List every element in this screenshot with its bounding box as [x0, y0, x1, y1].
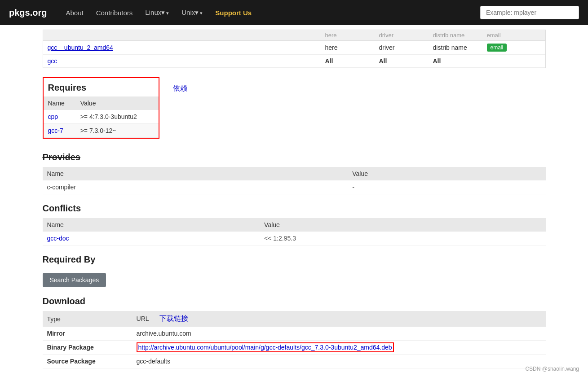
conflicts-header-row: Name Value — [43, 218, 546, 232]
requires-row: Requires Name Value cpp >= 4:7.3.0-3ubun… — [43, 77, 546, 143]
table-row: gcc__ubuntu_2_amd64 here driver distrib … — [43, 41, 545, 55]
nav-linux[interactable]: Linux▾ — [140, 6, 174, 19]
download-annotation: 下载链接 — [159, 314, 188, 324]
nav-about[interactable]: About — [60, 6, 88, 19]
binary-pkg-link[interactable]: http://archive.ubuntu.com/ubuntu/pool/ma… — [138, 344, 392, 351]
nav-links: About Contributors Linux▾ Unix▾ Support … — [60, 6, 480, 19]
requires-col-value: Value — [76, 96, 159, 110]
download-value-mirror: archive.ubuntu.com — [132, 327, 546, 341]
nav-unix[interactable]: Unix▾ — [176, 6, 208, 19]
conflicts-heading: Conflicts — [43, 203, 546, 214]
download-type-mirror: Mirror — [43, 327, 132, 341]
binary-pkg-link-box: http://archive.ubuntu.com/ubuntu/pool/ma… — [137, 342, 394, 352]
cell-distrib: distrib name — [433, 44, 487, 51]
cell-driver: driver — [379, 44, 433, 51]
download-col-url: URL 下载链接 — [132, 311, 546, 327]
download-type-source: Source Package — [43, 355, 132, 368]
col-distrib: distrib name — [433, 32, 487, 39]
requires-value-cpp: >= 4:7.3.0-3ubuntu2 — [76, 110, 159, 124]
table-row-gcc: gcc All All All — [43, 55, 545, 68]
url-col-label: URL — [137, 315, 149, 322]
gcc-doc-link[interactable]: gcc-doc — [47, 235, 69, 242]
download-value-binary: http://archive.ubuntu.com/ubuntu/pool/ma… — [132, 341, 546, 355]
requires-value-gcc7: >= 7.3.0-12~ — [76, 124, 159, 138]
conflicts-name-gcc-doc: gcc-doc — [43, 232, 260, 245]
search-input[interactable] — [480, 6, 579, 19]
conflicts-section: Conflicts Name Value gcc-doc << 1:2.95.3 — [43, 203, 546, 245]
cell-all-3: All — [433, 57, 487, 65]
brand-logo[interactable]: pkgs.org — [9, 8, 47, 18]
provides-value-c-compiler: - — [348, 180, 545, 194]
pkg-name-gcc-cell: gcc — [48, 57, 325, 65]
table-row: gcc-7 >= 7.3.0-12~ — [44, 124, 159, 138]
provides-col-value: Value — [348, 167, 545, 180]
cell-all-1: All — [325, 57, 379, 65]
cell-email: email — [487, 44, 541, 52]
csdn-watermark: CSDN @shaolin.wang — [525, 366, 579, 372]
gcc7-link[interactable]: gcc-7 — [48, 127, 63, 134]
provides-header-row: Name Value — [43, 167, 546, 180]
table-row: c-compiler - — [43, 180, 546, 194]
search-area — [480, 6, 579, 19]
table-row-mirror: Mirror archive.ubuntu.com — [43, 327, 546, 341]
download-type-binary: Binary Package — [43, 341, 132, 355]
requires-header-row: Name Value — [44, 96, 159, 110]
requires-col-name: Name — [44, 96, 76, 110]
conflicts-col-value: Value — [260, 218, 545, 232]
download-heading: Download — [43, 296, 546, 307]
download-col-type: Type — [43, 311, 132, 327]
search-packages-button[interactable]: Search Packages — [43, 273, 106, 287]
nav-contributors[interactable]: Contributors — [91, 6, 138, 19]
cell-here: here — [325, 44, 379, 51]
requires-section: Requires Name Value cpp >= 4:7.3.0-3ubun… — [43, 77, 159, 139]
nav-support-us[interactable]: Support Us — [210, 6, 257, 19]
col-here: here — [325, 32, 379, 39]
pkg-link-gcc-ubuntu[interactable]: gcc__ubuntu_2_amd64 — [48, 44, 113, 51]
required-by-heading: Required By — [43, 254, 546, 265]
conflicts-value-gcc-doc: << 1:2.95.3 — [260, 232, 545, 245]
download-header-row: Type URL 下载链接 — [43, 311, 546, 327]
navbar: pkgs.org About Contributors Linux▾ Unix▾… — [0, 0, 588, 25]
cell-all-2: All — [379, 57, 433, 65]
table-row: gcc-doc << 1:2.95.3 — [43, 232, 546, 245]
provides-name-c-compiler: c-compiler — [43, 180, 348, 194]
table-row-binary: Binary Package http://archive.ubuntu.com… — [43, 341, 546, 355]
cpp-link[interactable]: cpp — [48, 113, 58, 120]
required-by-section: Required By Search Packages — [43, 254, 546, 287]
download-table: Type URL 下载链接 Mirror archive.ubuntu.com … — [43, 311, 546, 368]
top-strip-table: here driver distrib name email gcc__ubun… — [43, 30, 546, 68]
provides-table: Name Value c-compiler - — [43, 167, 546, 194]
requires-heading: Requires — [48, 83, 154, 93]
requires-annotation: 依赖 — [173, 77, 187, 93]
download-section: Download Type URL 下载链接 Mirror archive.ub… — [43, 296, 546, 368]
requires-name-gcc7: gcc-7 — [44, 124, 76, 138]
provides-section: Provides Name Value c-compiler - — [43, 152, 546, 194]
col-name — [48, 32, 325, 39]
conflicts-col-name: Name — [43, 218, 260, 232]
table-row: cpp >= 4:7.3.0-3ubuntu2 — [44, 110, 159, 124]
main-content: here driver distrib name email gcc__ubun… — [34, 25, 555, 381]
top-strip-header: here driver distrib name email — [43, 30, 545, 41]
col-email: email — [487, 32, 541, 39]
email-badge: email — [487, 44, 507, 52]
provides-heading: Provides — [43, 152, 546, 162]
col-driver: driver — [379, 32, 433, 39]
conflicts-table: Name Value gcc-doc << 1:2.95.3 — [43, 218, 546, 245]
provides-col-name: Name — [43, 167, 348, 180]
pkg-name-cell: gcc__ubuntu_2_amd64 — [48, 44, 325, 51]
download-value-source: gcc-defaults — [132, 355, 546, 368]
table-row-source: Source Package gcc-defaults — [43, 355, 546, 368]
requires-name-cpp: cpp — [44, 110, 76, 124]
pkg-link-gcc[interactable]: gcc — [48, 57, 57, 65]
requires-table: Name Value cpp >= 4:7.3.0-3ubuntu2 gcc-7 — [44, 96, 159, 138]
